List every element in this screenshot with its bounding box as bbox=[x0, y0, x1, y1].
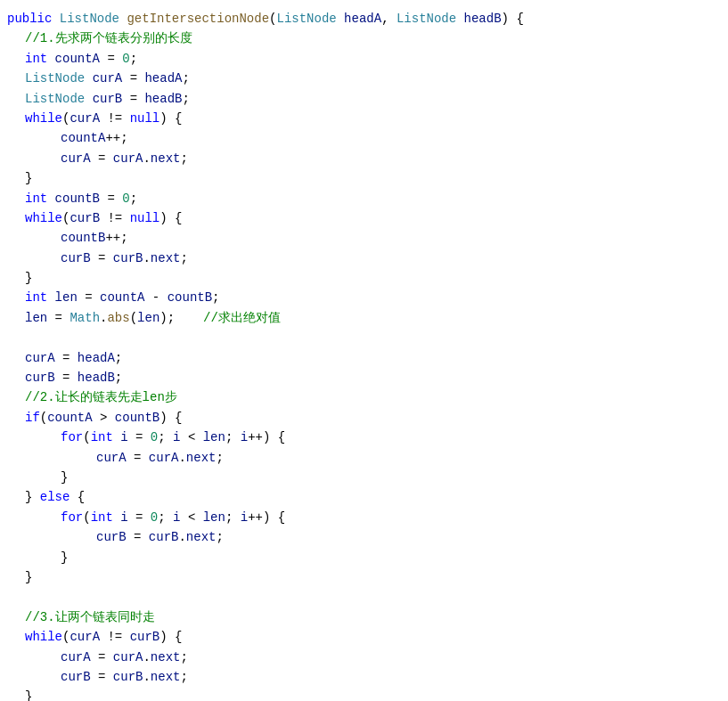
code-line bbox=[0, 587, 728, 607]
code-line: curA = curA.next; bbox=[0, 448, 728, 468]
code-line: } bbox=[0, 687, 728, 701]
code-line: } bbox=[0, 567, 728, 587]
code-line: //1.先求两个链表分别的长度 bbox=[0, 29, 728, 48]
code-line: curB = curB.next; bbox=[0, 667, 728, 687]
code-container: public ListNode getIntersectionNode(List… bbox=[0, 0, 728, 701]
code-line: //2.让长的链表先走len步 bbox=[0, 387, 728, 407]
code-line bbox=[0, 328, 728, 347]
code-line: curA = curA.next; bbox=[0, 149, 728, 168]
code-line: } bbox=[0, 548, 728, 567]
code-line: } bbox=[0, 468, 728, 487]
code-line: int countA = 0; bbox=[0, 49, 728, 69]
code-line: //3.让两个链表同时走 bbox=[0, 607, 728, 627]
code-line: for(int i = 0; i < len; i++) { bbox=[0, 428, 728, 447]
code-line: countB++; bbox=[0, 228, 728, 248]
code-line: public ListNode getIntersectionNode(List… bbox=[0, 9, 728, 29]
code-line: len = Math.abs(len);//求出绝对值 bbox=[0, 308, 728, 328]
code-line: ListNode curB = headB; bbox=[0, 89, 728, 109]
type-listnode: ListNode bbox=[60, 9, 127, 29]
code-line: curA = curA.next; bbox=[0, 648, 728, 667]
code-line: while(curA != curB) { bbox=[0, 627, 728, 647]
code-line: curB = headB; bbox=[0, 368, 728, 387]
code-line: } bbox=[0, 168, 728, 188]
code-line: } else { bbox=[0, 487, 728, 507]
keyword-public: public bbox=[7, 9, 60, 29]
code-line: while(curB != null) { bbox=[0, 208, 728, 228]
code-line: countA++; bbox=[0, 128, 728, 148]
code-line: for(int i = 0; i < len; i++) { bbox=[0, 508, 728, 527]
code-line: } bbox=[0, 268, 728, 288]
code-line: int countB = 0; bbox=[0, 189, 728, 208]
method-name: getIntersectionNode bbox=[127, 9, 269, 29]
code-line: if(countA > countB) { bbox=[0, 408, 728, 428]
code-line: curB = curB.next; bbox=[0, 249, 728, 268]
code-line: while(curA != null) { bbox=[0, 109, 728, 128]
code-line: int len = countA - countB; bbox=[0, 288, 728, 307]
code-line: curA = headA; bbox=[0, 348, 728, 368]
code-line: curB = curB.next; bbox=[0, 527, 728, 547]
code-line: ListNode curA = headA; bbox=[0, 69, 728, 88]
